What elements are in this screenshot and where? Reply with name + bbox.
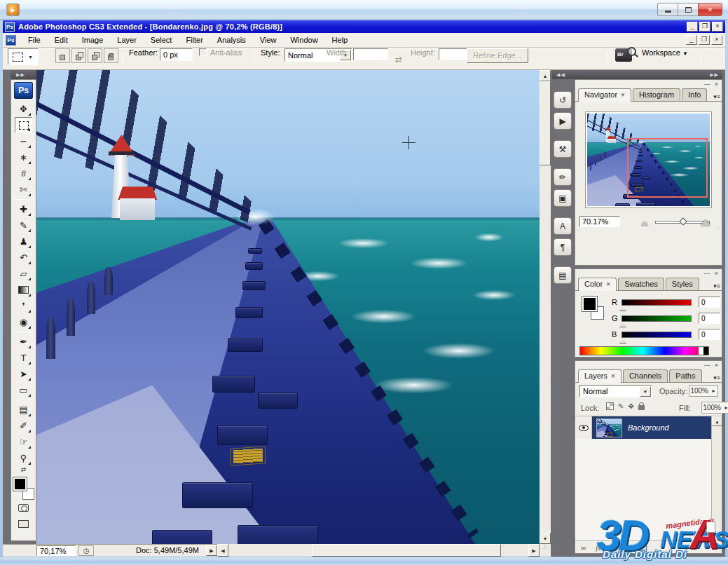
menu-filter[interactable]: Filter xyxy=(179,34,210,46)
white-swatch[interactable] xyxy=(699,347,703,355)
tab-info[interactable]: Info xyxy=(682,88,707,101)
menu-image[interactable]: Image xyxy=(75,34,111,46)
tab-close-icon[interactable]: × xyxy=(606,280,610,288)
color-spectrum-ramp[interactable] xyxy=(579,346,709,355)
layer-style-icon[interactable]: fx xyxy=(596,544,600,552)
channel-slider-R[interactable] xyxy=(621,299,692,306)
panel-close-icon[interactable]: × xyxy=(715,270,718,277)
selection-mode-new-button[interactable] xyxy=(55,48,70,63)
ps-logo[interactable]: Ps xyxy=(14,82,33,99)
hand-tool[interactable]: ☞ xyxy=(15,434,32,450)
menu-view[interactable]: View xyxy=(253,34,284,46)
status-flyout-icon[interactable]: ▶ xyxy=(206,545,217,556)
slider-knob[interactable] xyxy=(679,217,687,225)
quick-selection-tool[interactable]: ∗ xyxy=(15,149,32,165)
workspace-menu[interactable]: Workspace ▼ xyxy=(642,48,688,57)
tab-navigator[interactable]: Navigator× xyxy=(578,88,631,102)
adjustment-layer-icon[interactable]: ◐ xyxy=(627,544,631,552)
path-selection-tool[interactable]: ➤ xyxy=(15,366,32,382)
zoom-out-icon[interactable] xyxy=(641,222,648,226)
actions-panel-button[interactable]: ▶ xyxy=(554,112,572,130)
foreground-color-swatch[interactable] xyxy=(582,297,597,311)
rectangular-marquee-tool[interactable] xyxy=(15,117,32,133)
outer-minimize-button[interactable] xyxy=(657,3,678,16)
swap-dimensions-icon[interactable]: ⇄ xyxy=(395,55,402,64)
layer-list-scrollbar[interactable]: ▲ xyxy=(711,416,722,540)
slider-thumb-icon[interactable] xyxy=(619,322,626,327)
feather-input[interactable] xyxy=(160,48,193,61)
panel-minimize-icon[interactable]: — xyxy=(704,81,710,88)
screen-mode-button[interactable] xyxy=(15,516,32,532)
channel-value-G[interactable]: 0 xyxy=(699,313,720,324)
tab-close-icon[interactable]: × xyxy=(621,91,625,99)
tab-styles[interactable]: Styles xyxy=(666,278,699,290)
new-layer-icon[interactable]: ❏ xyxy=(641,544,647,552)
document-canvas[interactable] xyxy=(36,70,540,544)
tab-paths[interactable]: Paths xyxy=(669,369,701,382)
timing-icon[interactable]: ◷ xyxy=(78,545,94,556)
scroll-down-icon[interactable]: ▼ xyxy=(540,533,551,544)
selection-mode-intersect-button[interactable] xyxy=(104,48,118,63)
fill-control[interactable]: 100% ▸ xyxy=(701,402,728,414)
channel-value-B[interactable]: 0 xyxy=(699,329,720,340)
doc-restore-button[interactable]: ❐ xyxy=(699,35,710,45)
panel-close-icon[interactable]: × xyxy=(715,362,718,369)
refine-edge-button[interactable]: Refine Edge... xyxy=(467,48,528,63)
history-brush-tool[interactable]: ↶ xyxy=(15,250,32,266)
scroll-right-icon[interactable]: ▶ xyxy=(528,544,540,557)
panel-flyout-icon[interactable]: ▾≡ xyxy=(713,282,720,290)
menu-help[interactable]: Help xyxy=(325,34,355,46)
panel-close-icon[interactable]: × xyxy=(715,81,718,88)
bridge-icon[interactable]: Br xyxy=(615,48,632,62)
lock-move-icon[interactable]: ✥ xyxy=(628,402,633,410)
clone-source-panel-button[interactable]: ▣ xyxy=(554,189,572,207)
history-panel-button[interactable]: ↺ xyxy=(554,91,572,109)
dodge-tool[interactable]: ◉ xyxy=(15,314,32,330)
zoom-tool[interactable]: ⚲ xyxy=(15,450,32,466)
layer-mask-icon[interactable]: ▣ xyxy=(610,544,617,552)
lasso-tool[interactable]: ∽ xyxy=(15,133,32,149)
foreground-color-swatch[interactable] xyxy=(13,477,27,491)
rectangle-tool[interactable]: ▭ xyxy=(15,382,32,398)
app-close-button[interactable]: × xyxy=(712,22,723,32)
channel-slider-B[interactable] xyxy=(621,332,692,338)
outer-close-button[interactable]: ✕ xyxy=(698,3,722,16)
doc-close-button[interactable]: × xyxy=(711,35,722,45)
menu-window[interactable]: Window xyxy=(283,34,324,46)
scroll-up-icon[interactable]: ▲ xyxy=(712,416,722,426)
tab-channels[interactable]: Channels xyxy=(623,369,668,382)
anti-alias-checkbox[interactable] xyxy=(199,48,207,56)
vertical-scrollbar[interactable]: ▲ ▼ xyxy=(540,70,551,544)
paragraph-panel-button[interactable]: ¶ xyxy=(554,238,572,256)
tab-close-icon[interactable]: × xyxy=(611,372,615,380)
navigator-zoom-input[interactable] xyxy=(579,216,620,227)
quick-mask-button[interactable] xyxy=(15,500,32,516)
selection-mode-subtract-button[interactable] xyxy=(88,48,102,63)
slider-thumb-icon[interactable] xyxy=(619,306,626,311)
status-zoom-input[interactable] xyxy=(36,545,76,556)
navigator-view-rectangle[interactable] xyxy=(627,138,708,198)
scroll-left-icon[interactable]: ◀ xyxy=(217,544,228,557)
clone-stamp-tool[interactable]: ♟ xyxy=(15,233,32,250)
swap-colors-icon[interactable]: ⇄ xyxy=(21,466,27,475)
width-input[interactable] xyxy=(353,48,388,60)
panel-resize-grip[interactable]: ∴ xyxy=(716,224,720,231)
tool-presets-panel-button[interactable]: ⚒ xyxy=(554,140,572,158)
navigator-thumbnail[interactable] xyxy=(585,111,712,208)
tab-layers[interactable]: Layers× xyxy=(578,369,621,383)
doc-minimize-button[interactable]: _ xyxy=(686,35,697,45)
hscroll-thumb[interactable] xyxy=(312,544,501,557)
menu-select[interactable]: Select xyxy=(144,34,179,46)
type-tool[interactable]: T xyxy=(15,350,32,366)
app-titlebar[interactable]: Ps Adobe Photoshop CS3 Extended - [Bonda… xyxy=(3,20,725,33)
panel-minimize-icon[interactable]: — xyxy=(704,270,710,277)
lock-paint-icon[interactable]: ✎ xyxy=(618,402,624,410)
move-tool[interactable]: ✥ xyxy=(15,101,32,117)
crop-tool[interactable]: # xyxy=(15,165,32,182)
app-restore-button[interactable]: ❐ xyxy=(699,22,710,32)
tab-histogram[interactable]: Histogram xyxy=(633,88,680,101)
lock-all-icon[interactable] xyxy=(638,405,645,410)
brushes-panel-button[interactable]: ✏ xyxy=(554,168,572,186)
panel-minimize-icon[interactable]: — xyxy=(704,362,710,369)
spin-icon[interactable]: ▸ xyxy=(722,404,728,411)
